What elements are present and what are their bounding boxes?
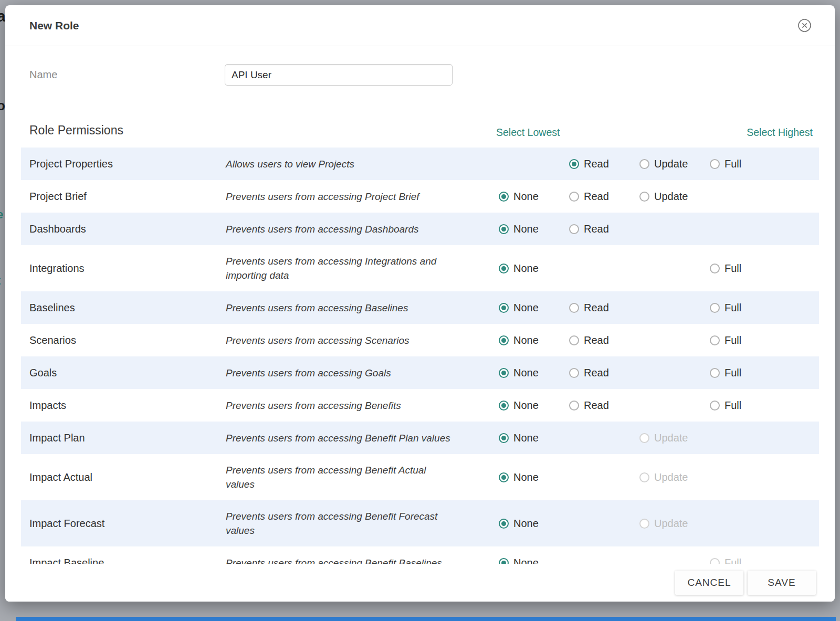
radio-update[interactable]: Update — [639, 158, 688, 170]
radio-button-icon — [569, 224, 579, 234]
radio-button-icon — [499, 264, 509, 273]
radio-button-icon — [569, 159, 579, 169]
radio-button-icon — [569, 192, 579, 202]
radio-none[interactable]: None — [499, 262, 539, 275]
radio-update[interactable]: Update — [639, 191, 688, 203]
permission-description: Prevents users from accessing Baselines — [226, 292, 499, 324]
radio-none[interactable]: None — [499, 399, 539, 412]
radio-option-label: None — [513, 471, 539, 483]
radio-button-icon — [639, 472, 649, 482]
radio-option-label: Full — [724, 367, 741, 379]
permission-row: Impact Plan Prevents users from accessin… — [21, 422, 819, 454]
name-input[interactable] — [225, 64, 453, 86]
radio-option-label: None — [513, 262, 539, 275]
save-button[interactable]: SAVE — [748, 571, 816, 595]
radio-full[interactable]: Full — [710, 334, 741, 346]
radio-button-icon — [710, 264, 720, 273]
radio-full[interactable]: Full — [710, 262, 741, 275]
permission-description: Prevents users from accessing Benefit Ac… — [226, 454, 499, 500]
select-highest-link[interactable]: Select Highest — [747, 127, 813, 139]
radio-option-label: Update — [654, 432, 688, 444]
background-page-fragment: e — [0, 208, 3, 222]
radio-column-none: None — [499, 302, 569, 314]
radio-column-none: None — [499, 399, 569, 412]
cancel-button[interactable]: CANCEL — [675, 571, 743, 595]
radio-option-label: Update — [654, 518, 688, 530]
radio-read[interactable]: Read — [569, 223, 609, 235]
radio-button-icon — [639, 433, 649, 443]
close-icon[interactable] — [797, 18, 812, 33]
radio-none[interactable]: None — [499, 223, 539, 235]
permission-row: Goals Prevents users from accessing Goal… — [21, 356, 819, 389]
permission-row: Impacts Prevents users from accessing Be… — [21, 389, 819, 422]
radio-option-label: None — [513, 334, 539, 346]
radio-column-full: Full — [710, 158, 780, 170]
radio-column-read: Read — [569, 334, 639, 346]
permissions-table: Project Properties Allows users to view … — [21, 148, 819, 579]
radio-none[interactable]: None — [499, 518, 539, 530]
radio-read[interactable]: Read — [569, 191, 609, 203]
radio-column-update: Update — [639, 191, 710, 203]
radio-column-read: Read — [569, 223, 639, 235]
permission-name: Impact Actual — [29, 471, 226, 483]
radio-full[interactable]: Full — [710, 158, 741, 170]
radio-read[interactable]: Read — [569, 367, 609, 379]
radio-column-none: None — [499, 518, 569, 530]
radio-read[interactable]: Read — [569, 158, 609, 170]
select-lowest-link[interactable]: Select Lowest — [496, 127, 560, 139]
radio-none[interactable]: None — [499, 432, 539, 444]
radio-option-label: None — [513, 367, 539, 379]
radio-read[interactable]: Read — [569, 334, 609, 346]
radio-option-label: None — [513, 223, 539, 235]
radio-full[interactable]: Full — [710, 367, 741, 379]
radio-column-none: None — [499, 262, 569, 275]
radio-none[interactable]: None — [499, 367, 539, 379]
dialog-footer: CANCEL SAVE — [5, 564, 835, 602]
radio-read[interactable]: Read — [569, 399, 609, 412]
radio-button-icon — [499, 224, 509, 234]
radio-column-update: Update — [639, 518, 710, 530]
radio-full[interactable]: Full — [710, 399, 741, 412]
radio-none[interactable]: None — [499, 191, 539, 203]
radio-option-label: Full — [724, 262, 741, 275]
permission-description: Prevents users from accessing Scenarios — [226, 324, 499, 356]
radio-column-update: Update — [639, 471, 710, 483]
radio-column-none: None — [499, 334, 569, 346]
radio-button-icon — [569, 368, 579, 378]
name-field-row: Name — [29, 64, 835, 86]
radio-option-label: None — [513, 191, 539, 203]
radio-none[interactable]: None — [499, 302, 539, 314]
permission-description: Prevents users from accessing Dashboards — [226, 213, 499, 245]
permission-description: Prevents users from accessing Benefit Pl… — [226, 422, 499, 454]
permission-description: Prevents users from accessing Integratio… — [226, 245, 499, 291]
radio-option-label: Read — [584, 191, 609, 203]
radio-none[interactable]: None — [499, 334, 539, 346]
permission-name: Project Brief — [29, 191, 226, 203]
radio-button-icon — [710, 159, 720, 169]
radio-button-icon — [639, 192, 649, 202]
radio-button-icon — [499, 192, 509, 202]
radio-full[interactable]: Full — [710, 302, 741, 314]
radio-option-label: Update — [654, 158, 688, 170]
radio-button-icon — [569, 303, 579, 313]
permission-row: Dashboards Prevents users from accessing… — [21, 213, 819, 245]
radio-column-update: Update — [639, 432, 710, 444]
radio-option-label: Full — [724, 302, 741, 314]
permissions-heading: Role Permissions — [29, 123, 123, 138]
radio-button-icon — [710, 368, 720, 378]
radio-column-none: None — [499, 471, 569, 483]
radio-none[interactable]: None — [499, 471, 539, 483]
radio-option-label: Update — [654, 191, 688, 203]
radio-read[interactable]: Read — [569, 302, 609, 314]
permission-description: Prevents users from accessing Benefit Fo… — [226, 500, 499, 546]
permission-name: Scenarios — [29, 334, 226, 346]
radio-button-icon — [499, 519, 509, 529]
screen: { "backdrop": { "fragments": [ { "text":… — [0, 0, 840, 621]
radio-option-label: None — [513, 518, 539, 530]
radio-column-read: Read — [569, 367, 639, 379]
radio-option-label: Update — [654, 471, 688, 483]
radio-button-icon — [499, 368, 509, 378]
permission-name: Impacts — [29, 399, 226, 412]
radio-button-icon — [569, 335, 579, 345]
permission-description: Prevents users from accessing Benefits — [226, 390, 499, 422]
